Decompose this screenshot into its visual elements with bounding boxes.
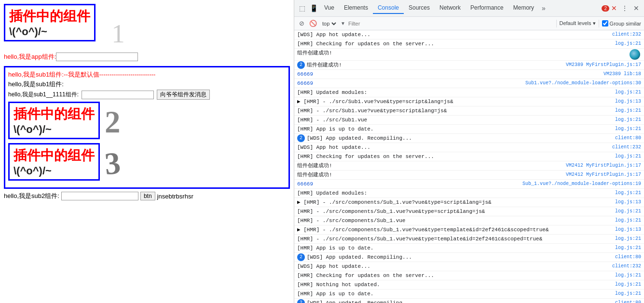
console-source-link[interactable]: log.js:21 [615, 235, 641, 243]
tab-console[interactable]: Console [373, 2, 404, 14]
app-label-row: hello,我是app组件: [4, 51, 290, 63]
expand-arrow[interactable]: ▶ [297, 226, 301, 234]
console-line: [WDS] App hot update...client:232 [294, 262, 644, 271]
sub1-1111-input[interactable] [82, 91, 154, 99]
more-tabs-icon[interactable]: » [539, 2, 548, 14]
context-select[interactable]: top [320, 20, 338, 27]
group-similar-label[interactable]: Group similar [602, 20, 641, 26]
console-line: 组件创建成功! [294, 49, 644, 61]
sub1-label: hello,我是sub1组件: [8, 80, 286, 89]
group-similar-text: Group similar [610, 21, 641, 26]
tab-sources[interactable]: Sources [404, 2, 435, 14]
plugin-box-3-wrapper: 插件中的组件 \(^o^)/~ [8, 143, 100, 183]
error-icon: ✕ [611, 4, 617, 12]
tab-performance[interactable]: Performance [466, 2, 508, 14]
tab-vue[interactable]: Vue [319, 2, 339, 14]
plugin-subtitle-3: \(^o^)/~ [14, 165, 95, 177]
console-line: [HMR] Checking for updates on the server… [294, 152, 644, 161]
sub-container: hello,我是sub1组件:--我是默认值------------------… [4, 66, 290, 189]
console-line: [HMR] Updated modules:log.js:21 [294, 88, 644, 97]
console-text: [HMR] - ./src/Sub1.vue?vue&type=script&l… [303, 98, 615, 105]
console-text: 组件创建成功! [307, 61, 566, 69]
sub2-row: hello,我是sub2组件: btn jnsebtrbsrhsr [4, 192, 290, 200]
plugin-box-2: 插件中的组件 \(^o^)/~ [8, 102, 100, 139]
filter-icon[interactable]: 🚫 [309, 19, 317, 28]
console-text: [WDS] App updated. Recompiling... [307, 134, 615, 142]
console-line: ▶ [HMR] - ./src/Sub1.vue?vue&type=script… [294, 97, 644, 106]
console-source-link[interactable]: Sub1.vue?./node_module-loader-options:30 [525, 79, 641, 87]
level-selector[interactable]: Default levels ▾ [560, 20, 596, 26]
device-icon[interactable]: 📱 [308, 2, 319, 14]
console-badge: 2 [297, 253, 305, 261]
expand-arrow[interactable]: ▶ [297, 98, 301, 105]
close-icon[interactable]: ✕ [630, 2, 642, 14]
tab-elements[interactable]: Elements [339, 2, 373, 14]
app-input[interactable] [56, 53, 138, 61]
plugin-box-top: 插件中的组件 \(^o^)/~ [4, 4, 96, 41]
console-line: [HMR] - ./src/components/Sub_1.vue?vue&t… [294, 207, 644, 216]
inspect-icon[interactable]: ⬚ [296, 2, 308, 14]
console-text: [HMR] Checking for updates on the server… [297, 272, 615, 279]
console-text: 66669 [297, 79, 525, 87]
console-source-link[interactable]: log.js:21 [615, 272, 641, 279]
sub2-input[interactable] [61, 192, 138, 200]
console-source-link[interactable]: log.js:21 [615, 89, 641, 96]
tab-network[interactable]: Network [435, 2, 466, 14]
number-3: 3 [103, 147, 122, 180]
console-source-link[interactable]: VM2389 lib:18 [603, 70, 641, 78]
settings-icon[interactable]: ⋮ [619, 2, 630, 14]
plugin-row-3: 插件中的组件 \(^o^)/~ 3 [8, 143, 286, 183]
console-line: [HMR] App is up to date.log.js:21 [294, 290, 644, 299]
console-source-link[interactable]: VM2389 MyFirstPlugin.js:17 [566, 61, 641, 69]
console-text: [HMR] - ./src/components/Sub_1.vue?vue&t… [297, 208, 615, 215]
group-similar-checkbox[interactable] [602, 20, 608, 26]
console-source-link[interactable]: log.js:21 [615, 153, 641, 160]
console-line: 组件创建成功!VM2412 MyFirstPlugin.js:17 [294, 171, 644, 180]
console-source-link[interactable]: client:80 [615, 299, 641, 303]
console-text: [WDS] App hot update... [297, 144, 612, 151]
console-line: [WDS] App hot update...client:232 [294, 30, 644, 40]
console-line: ▶ [HMR] - ./src/components/Sub_1.vue?vue… [294, 198, 644, 207]
console-source-link[interactable]: client:232 [612, 263, 641, 270]
console-source-link[interactable]: log.js:13 [615, 198, 641, 206]
grandparent-btn[interactable]: 向爷爷组件发消息 [157, 90, 210, 100]
console-source-link[interactable]: log.js:21 [615, 244, 641, 252]
console-badge: 2 [297, 134, 305, 142]
console-line: 66669Sub_1.vue?./node_module-loader-opti… [294, 180, 644, 189]
number-2: 2 [105, 106, 121, 138]
expand-arrow[interactable]: ▶ [297, 198, 301, 206]
console-source-link[interactable]: log.js:21 [615, 217, 641, 224]
console-output[interactable]: [WDS] App hot update...client:232[HMR] C… [294, 30, 644, 303]
tab-memory[interactable]: Memory [508, 2, 539, 14]
console-source-link[interactable]: client:232 [612, 144, 641, 151]
plugin-subtitle-2: \(^o^)/~ [14, 123, 95, 136]
console-line: [HMR] App is up to date.log.js:21 [294, 244, 644, 253]
console-source-link[interactable]: log.js:13 [615, 98, 641, 105]
sub2-btn[interactable]: btn [140, 192, 155, 200]
console-text: [HMR] App is up to date. [297, 125, 615, 133]
console-source-link[interactable]: client:232 [612, 31, 641, 39]
clear-console-icon[interactable]: ⊘ [297, 19, 306, 28]
console-text: 66669 [297, 180, 522, 188]
console-line: 组件创建成功!VM2412 MyFirstPlugin.js:17 [294, 161, 644, 171]
console-source-link[interactable]: VM2412 MyFirstPlugin.js:17 [566, 162, 641, 170]
console-source-link[interactable]: log.js:21 [615, 189, 641, 197]
console-line: [HMR] - ./src/Sub1.vue?vue&type=script&l… [294, 106, 644, 116]
console-source-link[interactable]: log.js:21 [615, 281, 641, 289]
console-source-link[interactable]: log.js:13 [615, 226, 641, 234]
console-source-link[interactable]: log.js:21 [615, 290, 641, 298]
console-line: [HMR] Checking for updates on the server… [294, 40, 644, 49]
console-source-link[interactable]: log.js:21 [615, 107, 641, 115]
console-source-link[interactable]: log.js:21 [615, 125, 641, 133]
console-line: [HMR] - ./src/Sub1.vuelog.js:21 [294, 116, 644, 125]
console-source-link[interactable]: log.js:21 [615, 40, 641, 48]
console-source-link[interactable]: log.js:21 [615, 116, 641, 124]
console-source-link[interactable]: client:80 [615, 253, 641, 261]
error-badge: 2 [602, 5, 609, 12]
console-source-link[interactable]: log.js:21 [615, 208, 641, 215]
filter-input[interactable] [348, 21, 553, 26]
console-source-link[interactable]: VM2412 MyFirstPlugin.js:17 [566, 171, 641, 179]
console-line: 2[WDS] App updated. Recompiling...client… [294, 134, 644, 143]
console-source-link[interactable]: Sub_1.vue?./node_module-loader-options:1… [522, 180, 641, 188]
console-source-link[interactable]: client:80 [615, 134, 641, 142]
